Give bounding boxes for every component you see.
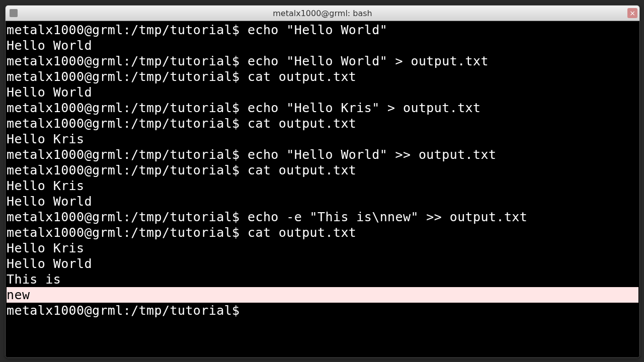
prompt-line: metalx1000@grml:/tmp/tutorial$ echo "Hel… xyxy=(7,53,638,69)
prompt-line: metalx1000@grml:/tmp/tutorial$ cat outpu… xyxy=(7,116,638,131)
app-icon xyxy=(10,9,18,17)
prompt-line: metalx1000@grml:/tmp/tutorial$ cat outpu… xyxy=(7,69,638,84)
output-line: new xyxy=(7,287,638,303)
output-line: Hello World xyxy=(7,84,638,100)
terminal-viewport[interactable]: metalx1000@grml:/tmp/tutorial$ echo "Hel… xyxy=(6,21,639,357)
output-line: Hello World xyxy=(7,194,638,209)
prompt-line: metalx1000@grml:/tmp/tutorial$ echo "Hel… xyxy=(7,100,638,116)
prompt-line: metalx1000@grml:/tmp/tutorial$ cat outpu… xyxy=(7,225,638,240)
close-icon[interactable]: × xyxy=(627,8,637,18)
terminal-window: metalx1000@grml: bash × metalx1000@grml:… xyxy=(5,5,640,358)
output-line: Hello World xyxy=(7,256,638,272)
output-line: Hello Kris xyxy=(7,131,638,147)
prompt-line: metalx1000@grml:/tmp/tutorial$ cat outpu… xyxy=(7,162,638,178)
prompt-line: metalx1000@grml:/tmp/tutorial$ echo "Hel… xyxy=(7,22,638,38)
window-title: metalx1000@grml: bash xyxy=(273,9,372,18)
prompt-line: metalx1000@grml:/tmp/tutorial$ xyxy=(7,303,638,318)
prompt-line: metalx1000@grml:/tmp/tutorial$ echo "Hel… xyxy=(7,147,638,162)
window-titlebar[interactable]: metalx1000@grml: bash × xyxy=(6,6,639,21)
output-line: Hello Kris xyxy=(7,178,638,194)
output-line: Hello Kris xyxy=(7,240,638,256)
prompt-line: metalx1000@grml:/tmp/tutorial$ echo -e "… xyxy=(7,209,638,225)
output-line: This is xyxy=(7,272,638,287)
output-line: Hello World xyxy=(7,38,638,53)
